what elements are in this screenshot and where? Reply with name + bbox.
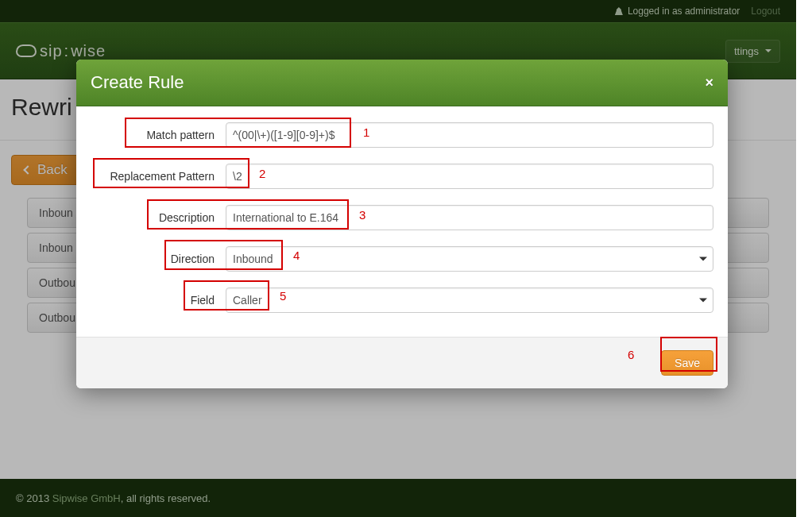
modal-body: Match pattern Replacement Pattern Descri… xyxy=(76,106,728,337)
modal-title: Create Rule xyxy=(91,72,184,93)
modal-header: Create Rule × xyxy=(76,60,728,106)
save-button[interactable]: Save xyxy=(661,350,713,376)
match-pattern-input[interactable] xyxy=(226,122,713,148)
modal-footer: Save xyxy=(76,337,728,388)
direction-label: Direction xyxy=(91,253,226,265)
description-input[interactable] xyxy=(226,205,713,230)
field-label: Field xyxy=(91,294,226,307)
replacement-pattern-label: Replacement Pattern xyxy=(91,170,226,183)
create-rule-modal: Create Rule × Match pattern Replacement … xyxy=(76,60,728,388)
field-select[interactable]: Caller xyxy=(226,287,713,313)
match-pattern-label: Match pattern xyxy=(91,129,226,141)
direction-select[interactable]: Inbound xyxy=(226,246,713,272)
replacement-pattern-input[interactable] xyxy=(226,164,713,189)
description-label: Description xyxy=(91,211,226,224)
close-icon[interactable]: × xyxy=(705,75,713,91)
